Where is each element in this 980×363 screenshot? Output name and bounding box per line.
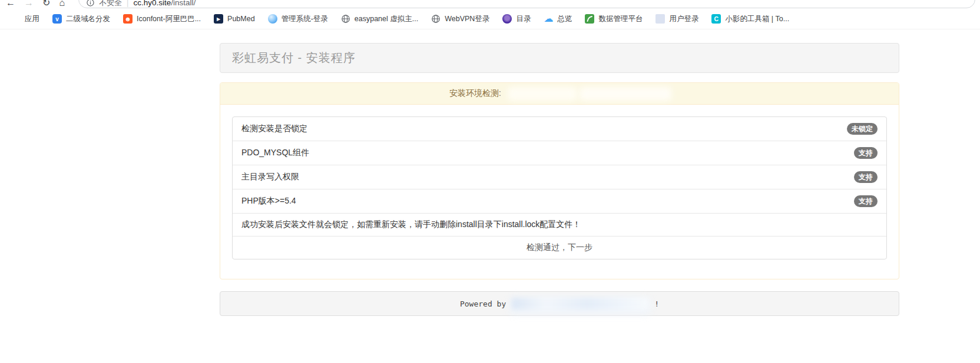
cyan-tool-icon: C	[711, 14, 721, 24]
pubmed-icon: ▶	[214, 14, 223, 24]
redacted-text	[512, 298, 648, 309]
blue-shield-icon: v	[52, 14, 62, 24]
bookmark-label: easypanel 虚拟主...	[355, 14, 418, 24]
check-label: 检测安装是否锁定	[241, 124, 307, 134]
bookmark-label: 数据管理平台	[598, 14, 643, 24]
iconfont-icon: ☻	[123, 14, 133, 24]
apps-label: 应用	[25, 14, 39, 24]
bookmark-item[interactable]: ☻ Iconfont-阿里巴巴...	[117, 14, 207, 24]
blank-favicon	[655, 14, 665, 24]
status-badge: 支持	[854, 195, 878, 207]
bookmark-label: 用户登录	[669, 14, 698, 24]
bookmark-item[interactable]: 数据管理平台	[578, 14, 649, 24]
powered-by-label: Powered by	[460, 299, 506, 308]
env-check-panel: 安装环境检测: 检测安装是否锁定 未锁定 PDO_MYSQL组件 支持 主目录写…	[220, 82, 899, 279]
bookmark-label: WebVPN登录	[445, 14, 489, 24]
next-step-row[interactable]: 检测通过，下一步	[233, 237, 886, 259]
browser-toolbar: ← → ↻ ⌂ 不安全 | cc.hy0.site/install/	[0, 0, 980, 9]
bookmark-label: 总览	[557, 14, 572, 24]
check-row-pdo-mysql: PDO_MYSQL组件 支持	[233, 141, 886, 165]
browser-nav: ← → ↻ ⌂	[6, 0, 65, 9]
bookmark-item[interactable]: ☁ 总览	[537, 14, 578, 24]
bookmark-item[interactable]: C 小影的工具箱 | To...	[705, 14, 796, 24]
env-check-heading-label: 安装环境检测:	[449, 88, 501, 99]
omnibox-divider: |	[127, 0, 128, 7]
back-icon[interactable]: ←	[6, 0, 15, 9]
status-badge: 未锁定	[847, 123, 878, 135]
install-page: 彩虹易支付 - 安装程序 安装环境检测: 检测安装是否锁定 未锁定 PDO_MY…	[220, 43, 899, 316]
reload-icon[interactable]: ↻	[42, 0, 50, 9]
check-row-install-lock: 检测安装是否锁定 未锁定	[233, 117, 886, 141]
bookmark-label: 目录	[516, 14, 531, 24]
address-bar[interactable]: 不安全 | cc.hy0.site/install/	[78, 0, 975, 8]
check-label: PDO_MYSQL组件	[241, 148, 309, 158]
status-badge: 支持	[854, 171, 878, 183]
bookmark-item[interactable]: 目录	[496, 14, 537, 24]
page-title-panel: 彩虹易支付 - 安装程序	[220, 43, 899, 73]
bookmark-item[interactable]: v 二级域名分发	[46, 14, 117, 24]
bookmark-label: Iconfont-阿里巴巴...	[137, 14, 201, 24]
info-icon[interactable]	[87, 0, 94, 6]
check-label: PHP版本>=5.4	[241, 196, 296, 207]
footer-suffix: !	[654, 299, 659, 308]
bookmark-item[interactable]: 用户登录	[649, 14, 705, 24]
lock-notice-text: 成功安装后安装文件就会锁定，如需重新安装，请手动删除install目录下inst…	[241, 219, 581, 230]
globe-icon	[341, 14, 350, 24]
bookmark-item[interactable]: WebVPN登录	[425, 14, 496, 24]
url-path: /install/	[171, 0, 196, 7]
bookmarks-bar: 应用 v 二级域名分发 ☻ Iconfont-阿里巴巴... ▶ PubMed …	[0, 9, 980, 29]
bookmark-label: 管理系统-登录	[282, 14, 328, 24]
page-title: 彩虹易支付 - 安装程序	[232, 50, 356, 66]
cloud-icon: ☁	[544, 14, 553, 24]
bookmark-item[interactable]: 管理系统-登录	[261, 14, 335, 24]
check-row-php-version: PHP版本>=5.4 支持	[233, 189, 886, 214]
status-badge: 支持	[854, 147, 878, 159]
bookmark-item[interactable]: easypanel 虚拟主...	[335, 14, 425, 24]
check-table: 检测安装是否锁定 未锁定 PDO_MYSQL组件 支持 主目录写入权限 支持 P…	[232, 116, 887, 259]
check-label: 主目录写入权限	[241, 172, 299, 182]
url-text: cc.hy0.site/install/	[133, 0, 196, 7]
security-status-label: 不安全	[99, 0, 122, 8]
env-check-heading: 安装环境检测:	[220, 83, 899, 105]
check-row-write-permission: 主目录写入权限 支持	[233, 165, 886, 189]
home-icon[interactable]: ⌂	[59, 0, 65, 9]
blue-globe-icon	[268, 14, 277, 24]
footer-panel: Powered by !	[220, 291, 899, 316]
apps-shortcut[interactable]: 应用	[6, 14, 46, 24]
bookmark-label: 小影的工具箱 | To...	[725, 14, 789, 24]
next-step-link[interactable]: 检测通过，下一步	[527, 242, 592, 253]
green-leaf-icon	[585, 14, 594, 24]
env-check-body: 检测安装是否锁定 未锁定 PDO_MYSQL组件 支持 主目录写入权限 支持 P…	[220, 105, 899, 279]
globe-icon	[431, 14, 441, 24]
bookmark-label: 二级域名分发	[66, 14, 110, 24]
apps-grid-icon	[12, 15, 21, 23]
redacted-text	[509, 89, 575, 99]
forward-icon[interactable]: →	[24, 0, 34, 9]
url-host: cc.hy0.site	[133, 0, 171, 7]
bookmark-label: PubMed	[227, 15, 255, 23]
check-row-lock-notice: 成功安装后安装文件就会锁定，如需重新安装，请手动删除install目录下inst…	[233, 214, 886, 237]
redacted-text	[581, 89, 670, 99]
purple-circle-icon	[502, 14, 512, 24]
bookmark-item[interactable]: ▶ PubMed	[207, 14, 261, 24]
